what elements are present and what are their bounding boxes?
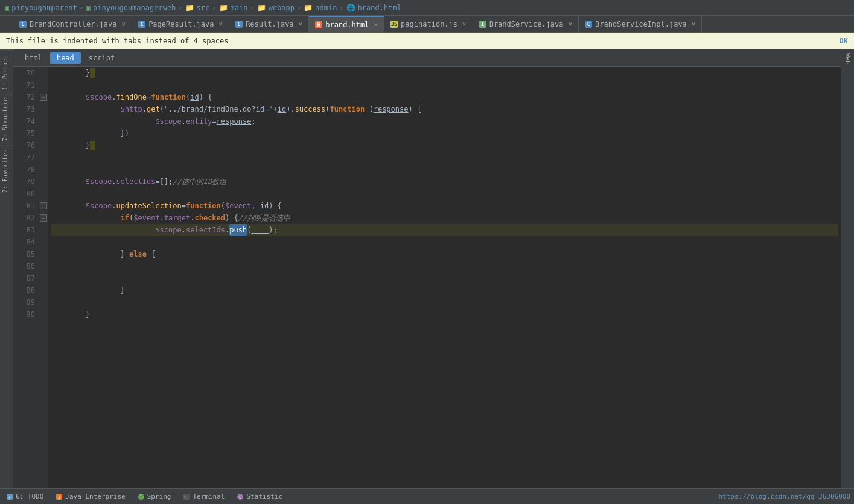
code-editor[interactable]: 70 71 72 73 74 75 76 77 78 79 80 81 82 8… xyxy=(13,67,841,488)
bc-src[interactable]: src xyxy=(197,4,210,12)
code-line-70: } xyxy=(51,67,838,79)
code-line-80 xyxy=(51,188,838,200)
code-tab-head[interactable]: head xyxy=(50,52,81,64)
bc-brand-html[interactable]: brand.html xyxy=(358,4,401,12)
notification-message: This file is indented with tabs instead … xyxy=(6,37,228,45)
bc-icon-module: ▣ xyxy=(86,4,91,12)
code-line-78 xyxy=(51,164,838,176)
bc-project[interactable]: pinyougouparent xyxy=(11,4,77,12)
svg-text:J: J xyxy=(58,495,60,500)
bc-admin[interactable]: admin xyxy=(315,4,337,12)
spring-label: Spring xyxy=(147,493,171,500)
code-line-81: $scope.updateSelection=function($event, … xyxy=(51,200,838,212)
code-line-77 xyxy=(51,152,838,164)
favorites-panel-tab[interactable]: 2: Favorites xyxy=(0,145,13,196)
code-line-73: $http.get("../brand/findOne.do?id="+id).… xyxy=(51,103,838,115)
code-content[interactable]: } $scope.findOne=function(id) { $http.ge… xyxy=(48,67,841,488)
code-line-75: }) xyxy=(51,127,838,139)
code-line-82: if($event.target.checked) {//判断是否选中 xyxy=(51,212,838,224)
terminal-label: Terminal xyxy=(193,493,225,500)
code-line-74: $scope.entity=response; xyxy=(51,115,838,127)
java-enterprise-label: Java Enterprise xyxy=(65,493,125,500)
code-line-87 xyxy=(51,272,838,284)
fold-column: − − − xyxy=(39,67,48,488)
svg-text:🌿: 🌿 xyxy=(138,494,144,500)
todo-icon: ✓ xyxy=(6,493,13,500)
svg-text:>_: >_ xyxy=(184,495,190,500)
code-tabs-bar: html head script xyxy=(13,49,841,67)
html-icon: H xyxy=(315,21,322,28)
tab-brandserviceimpl[interactable]: C BrandServiceImpl.java ✕ xyxy=(579,16,702,32)
main-layout: 1: Project 7: Structure 2: Favorites htm… xyxy=(0,49,854,488)
bc-icon-project: ▣ xyxy=(5,4,9,12)
bc-icon-folder3: 📁 xyxy=(257,4,266,12)
todo-label: 6: TODO xyxy=(16,493,43,500)
statistic-status[interactable]: S Statistic xyxy=(234,493,285,500)
project-panel-tab[interactable]: 1: Project xyxy=(0,49,13,94)
code-line-76: } xyxy=(51,139,838,152)
bc-icon-folder4: 📁 xyxy=(304,4,313,12)
status-url[interactable]: https://blog.csdn.net/qq_36306000 xyxy=(718,493,850,500)
code-line-72: $scope.findOne=function(id) { xyxy=(51,91,838,103)
tab-result[interactable]: C Result.java ✕ xyxy=(229,16,309,32)
code-line-86 xyxy=(51,260,838,272)
fold-82[interactable]: − xyxy=(40,214,47,222)
statistic-icon: S xyxy=(237,493,244,500)
bc-icon-folder1: 📁 xyxy=(185,4,194,12)
notification-ok[interactable]: OK xyxy=(840,37,848,45)
java-icon: C xyxy=(19,21,27,28)
code-line-83: $scope.selectIds.push( ); xyxy=(51,224,838,236)
tab-brandcontroller[interactable]: C BrandController.java ✕ xyxy=(13,16,132,32)
fold-72[interactable]: − xyxy=(40,94,47,101)
java-enterprise-status[interactable]: J Java Enterprise xyxy=(53,493,127,500)
java-enterprise-icon: J xyxy=(56,493,63,500)
code-area: html head script 70 71 72 73 74 75 76 77… xyxy=(13,49,841,488)
spring-icon: 🌿 xyxy=(138,493,145,500)
line-numbers: 70 71 72 73 74 75 76 77 78 79 80 81 82 8… xyxy=(13,67,39,488)
tab-close-pagination[interactable]: ✕ xyxy=(462,20,467,28)
tab-brandservice[interactable]: I BrandService.java ✕ xyxy=(473,16,579,32)
spring-status[interactable]: 🌿 Spring xyxy=(135,493,174,500)
breadcrumb-bar: ▣ pinyougouparent › ▣ pinyougoumanagerwe… xyxy=(0,0,854,16)
tab-close-brandcontroller[interactable]: ✕ xyxy=(122,20,126,28)
right-sidebar: Web xyxy=(841,49,854,488)
code-line-84 xyxy=(51,236,838,248)
bc-icon-html: 🌐 xyxy=(346,4,355,12)
terminal-icon: >_ xyxy=(183,493,190,500)
structure-panel-tab[interactable]: 7: Structure xyxy=(0,94,13,145)
tab-close-pageresult[interactable]: ✕ xyxy=(219,20,223,28)
terminal-status[interactable]: >_ Terminal xyxy=(180,493,227,500)
tab-bar: C BrandController.java ✕ C PageResult.ja… xyxy=(0,16,854,33)
status-bar: ✓ 6: TODO J Java Enterprise 🌿 Spring >_ … xyxy=(0,488,854,504)
svg-text:✓: ✓ xyxy=(8,495,11,500)
js-icon: JS xyxy=(390,21,398,28)
tab-pagination[interactable]: JS pagination.js ✕ xyxy=(384,16,473,32)
tab-brand-html[interactable]: H brand.html ✕ xyxy=(309,16,384,32)
bc-module[interactable]: pinyougoumanagerweb xyxy=(93,4,176,12)
iface-icon: I xyxy=(479,21,486,28)
bc-webapp[interactable]: webapp xyxy=(269,4,295,12)
bc-main[interactable]: main xyxy=(231,4,248,12)
code-tab-script[interactable]: script xyxy=(82,52,121,64)
java-icon-3: C xyxy=(235,21,243,28)
code-line-85: } else { xyxy=(51,248,838,260)
code-line-88: } xyxy=(51,284,838,296)
tab-close-brandserviceimpl[interactable]: ✕ xyxy=(692,20,696,28)
bc-icon-folder2: 📁 xyxy=(219,4,228,12)
java-icon-2: C xyxy=(138,21,145,28)
code-line-79: $scope.selectIds=[];//选中的ID数组 xyxy=(51,176,838,188)
notification-bar: This file is indented with tabs instead … xyxy=(0,33,854,49)
code-line-90: } xyxy=(51,308,838,321)
svg-text:S: S xyxy=(239,495,241,500)
tab-close-brand-html[interactable]: ✕ xyxy=(374,21,378,28)
todo-status[interactable]: ✓ 6: TODO xyxy=(4,493,46,500)
tab-pageresult[interactable]: C PageResult.java ✕ xyxy=(132,16,229,32)
tab-close-brandservice[interactable]: ✕ xyxy=(568,20,572,28)
statistic-label: Statistic xyxy=(246,493,282,500)
tab-close-result[interactable]: ✕ xyxy=(299,20,303,28)
fold-81[interactable]: − xyxy=(40,202,47,209)
code-tab-html[interactable]: html xyxy=(18,52,49,64)
code-line-71 xyxy=(51,79,838,91)
code-line-89 xyxy=(51,296,838,308)
web-panel-tab[interactable]: Web xyxy=(843,49,853,68)
